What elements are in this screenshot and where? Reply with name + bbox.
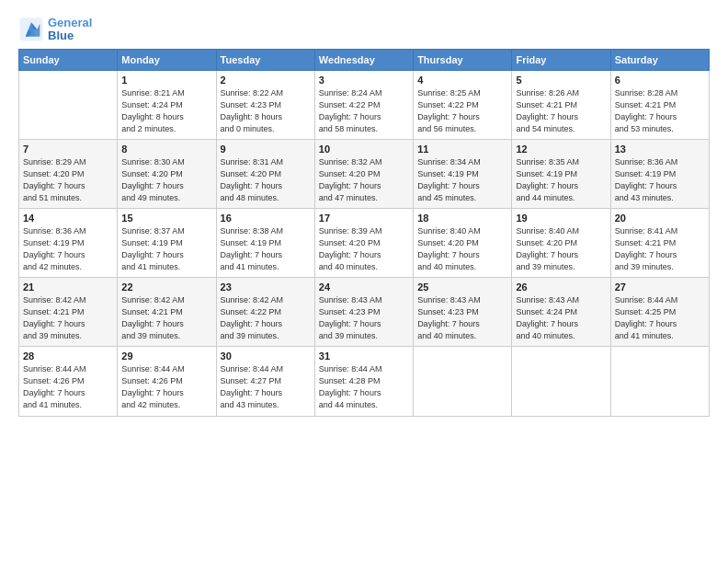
day-number: 16	[221, 213, 311, 224]
header-cell-wednesday: Wednesday	[314, 49, 413, 70]
day-number: 2	[221, 75, 311, 86]
day-number: 21	[23, 282, 113, 293]
day-info: Sunrise: 8:39 AM Sunset: 4:20 PM Dayligh…	[319, 225, 409, 273]
day-number: 24	[319, 282, 409, 293]
calendar-cell: 17Sunrise: 8:39 AM Sunset: 4:20 PM Dayli…	[314, 208, 413, 277]
calendar-cell: 16Sunrise: 8:38 AM Sunset: 4:19 PM Dayli…	[216, 208, 314, 277]
calendar-cell: 25Sunrise: 8:43 AM Sunset: 4:23 PM Dayli…	[414, 278, 512, 347]
day-number: 25	[417, 282, 507, 293]
calendar-cell: 23Sunrise: 8:42 AM Sunset: 4:22 PM Dayli…	[216, 278, 314, 347]
header-cell-monday: Monday	[118, 49, 216, 70]
day-info: Sunrise: 8:29 AM Sunset: 4:20 PM Dayligh…	[23, 156, 113, 204]
header-cell-tuesday: Tuesday	[216, 49, 314, 70]
calendar-cell: 18Sunrise: 8:40 AM Sunset: 4:20 PM Dayli…	[414, 208, 512, 277]
day-number: 30	[221, 350, 311, 362]
calendar-cell: 5Sunrise: 8:26 AM Sunset: 4:21 PM Daylig…	[512, 70, 610, 139]
calendar-cell: 9Sunrise: 8:31 AM Sunset: 4:20 PM Daylig…	[216, 139, 314, 208]
calendar-cell: 30Sunrise: 8:44 AM Sunset: 4:27 PM Dayli…	[216, 347, 314, 416]
calendar-cell: 13Sunrise: 8:36 AM Sunset: 4:19 PM Dayli…	[610, 139, 709, 208]
day-number: 23	[221, 282, 311, 293]
calendar-week-5: 28Sunrise: 8:44 AM Sunset: 4:26 PM Dayli…	[19, 347, 710, 416]
day-number: 9	[221, 144, 311, 155]
calendar-week-4: 21Sunrise: 8:42 AM Sunset: 4:21 PM Dayli…	[19, 278, 710, 347]
day-number: 26	[516, 282, 606, 293]
day-number: 10	[319, 144, 409, 155]
day-info: Sunrise: 8:28 AM Sunset: 4:21 PM Dayligh…	[615, 87, 705, 135]
calendar-cell: 1Sunrise: 8:21 AM Sunset: 4:24 PM Daylig…	[118, 70, 216, 139]
calendar-cell: 21Sunrise: 8:42 AM Sunset: 4:21 PM Dayli…	[19, 278, 118, 347]
day-info: Sunrise: 8:43 AM Sunset: 4:23 PM Dayligh…	[319, 294, 409, 342]
day-number: 11	[417, 144, 507, 155]
calendar-cell: 10Sunrise: 8:32 AM Sunset: 4:20 PM Dayli…	[314, 139, 413, 208]
day-number: 4	[417, 75, 507, 86]
day-info: Sunrise: 8:25 AM Sunset: 4:22 PM Dayligh…	[417, 87, 507, 135]
day-info: Sunrise: 8:44 AM Sunset: 4:27 PM Dayligh…	[221, 363, 311, 411]
day-info: Sunrise: 8:44 AM Sunset: 4:25 PM Dayligh…	[615, 294, 705, 342]
calendar-cell: 14Sunrise: 8:36 AM Sunset: 4:19 PM Dayli…	[19, 208, 118, 277]
day-info: Sunrise: 8:44 AM Sunset: 4:26 PM Dayligh…	[121, 363, 211, 411]
day-number: 22	[121, 282, 211, 293]
day-info: Sunrise: 8:36 AM Sunset: 4:19 PM Dayligh…	[615, 156, 705, 204]
calendar-week-1: 1Sunrise: 8:21 AM Sunset: 4:24 PM Daylig…	[19, 70, 710, 139]
calendar-table: SundayMondayTuesdayWednesdayThursdayFrid…	[18, 49, 710, 417]
calendar-cell: 20Sunrise: 8:41 AM Sunset: 4:21 PM Dayli…	[610, 208, 709, 277]
day-number: 7	[23, 144, 113, 155]
day-info: Sunrise: 8:44 AM Sunset: 4:28 PM Dayligh…	[319, 363, 409, 411]
calendar-cell	[414, 347, 512, 416]
day-number: 12	[516, 144, 606, 155]
calendar-cell: 19Sunrise: 8:40 AM Sunset: 4:20 PM Dayli…	[512, 208, 610, 277]
calendar-cell: 26Sunrise: 8:43 AM Sunset: 4:24 PM Dayli…	[512, 278, 610, 347]
day-number: 8	[121, 144, 211, 155]
day-number: 18	[417, 213, 507, 224]
day-info: Sunrise: 8:37 AM Sunset: 4:19 PM Dayligh…	[121, 225, 211, 273]
day-info: Sunrise: 8:42 AM Sunset: 4:21 PM Dayligh…	[121, 294, 211, 342]
day-info: Sunrise: 8:32 AM Sunset: 4:20 PM Dayligh…	[319, 156, 409, 204]
day-number: 31	[319, 350, 409, 362]
day-info: Sunrise: 8:44 AM Sunset: 4:26 PM Dayligh…	[23, 363, 113, 411]
day-number: 27	[615, 282, 705, 293]
calendar-header-row: SundayMondayTuesdayWednesdayThursdayFrid…	[19, 49, 710, 70]
day-number: 3	[319, 75, 409, 86]
calendar-cell: 24Sunrise: 8:43 AM Sunset: 4:23 PM Dayli…	[314, 278, 413, 347]
day-number: 20	[615, 213, 705, 224]
calendar-cell: 4Sunrise: 8:25 AM Sunset: 4:22 PM Daylig…	[414, 70, 512, 139]
header-cell-thursday: Thursday	[414, 49, 512, 70]
calendar-cell: 2Sunrise: 8:22 AM Sunset: 4:23 PM Daylig…	[216, 70, 314, 139]
day-info: Sunrise: 8:31 AM Sunset: 4:20 PM Dayligh…	[221, 156, 311, 204]
day-number: 6	[615, 75, 705, 86]
day-info: Sunrise: 8:26 AM Sunset: 4:21 PM Dayligh…	[516, 87, 606, 135]
day-number: 29	[121, 350, 211, 362]
day-info: Sunrise: 8:24 AM Sunset: 4:22 PM Dayligh…	[319, 87, 409, 135]
calendar-cell: 7Sunrise: 8:29 AM Sunset: 4:20 PM Daylig…	[19, 139, 118, 208]
calendar-cell: 27Sunrise: 8:44 AM Sunset: 4:25 PM Dayli…	[610, 278, 709, 347]
day-info: Sunrise: 8:35 AM Sunset: 4:19 PM Dayligh…	[516, 156, 606, 204]
calendar-cell: 15Sunrise: 8:37 AM Sunset: 4:19 PM Dayli…	[118, 208, 216, 277]
calendar-cell: 31Sunrise: 8:44 AM Sunset: 4:28 PM Dayli…	[314, 347, 413, 416]
calendar-week-3: 14Sunrise: 8:36 AM Sunset: 4:19 PM Dayli…	[19, 208, 710, 277]
day-number: 28	[23, 350, 113, 362]
page: General Blue SundayMondayTuesdayWednesda…	[0, 0, 728, 563]
logo-text: General Blue	[48, 17, 92, 43]
logo-icon	[18, 17, 44, 42]
day-info: Sunrise: 8:30 AM Sunset: 4:20 PM Dayligh…	[121, 156, 211, 204]
day-info: Sunrise: 8:40 AM Sunset: 4:20 PM Dayligh…	[417, 225, 507, 273]
day-info: Sunrise: 8:43 AM Sunset: 4:23 PM Dayligh…	[417, 294, 507, 342]
header-cell-saturday: Saturday	[610, 49, 709, 70]
day-number: 14	[23, 213, 113, 224]
day-info: Sunrise: 8:38 AM Sunset: 4:19 PM Dayligh…	[221, 225, 311, 273]
calendar-cell: 11Sunrise: 8:34 AM Sunset: 4:19 PM Dayli…	[414, 139, 512, 208]
day-number: 13	[615, 144, 705, 155]
logo: General Blue	[18, 17, 92, 43]
calendar-cell	[610, 347, 709, 416]
header-cell-sunday: Sunday	[19, 49, 118, 70]
day-info: Sunrise: 8:42 AM Sunset: 4:22 PM Dayligh…	[221, 294, 311, 342]
day-info: Sunrise: 8:34 AM Sunset: 4:19 PM Dayligh…	[417, 156, 507, 204]
day-number: 19	[516, 213, 606, 224]
calendar-cell: 6Sunrise: 8:28 AM Sunset: 4:21 PM Daylig…	[610, 70, 709, 139]
header-cell-friday: Friday	[512, 49, 610, 70]
header: General Blue	[18, 17, 710, 43]
day-number: 15	[121, 213, 211, 224]
day-info: Sunrise: 8:43 AM Sunset: 4:24 PM Dayligh…	[516, 294, 606, 342]
day-info: Sunrise: 8:22 AM Sunset: 4:23 PM Dayligh…	[221, 87, 311, 135]
calendar-cell	[19, 70, 118, 139]
